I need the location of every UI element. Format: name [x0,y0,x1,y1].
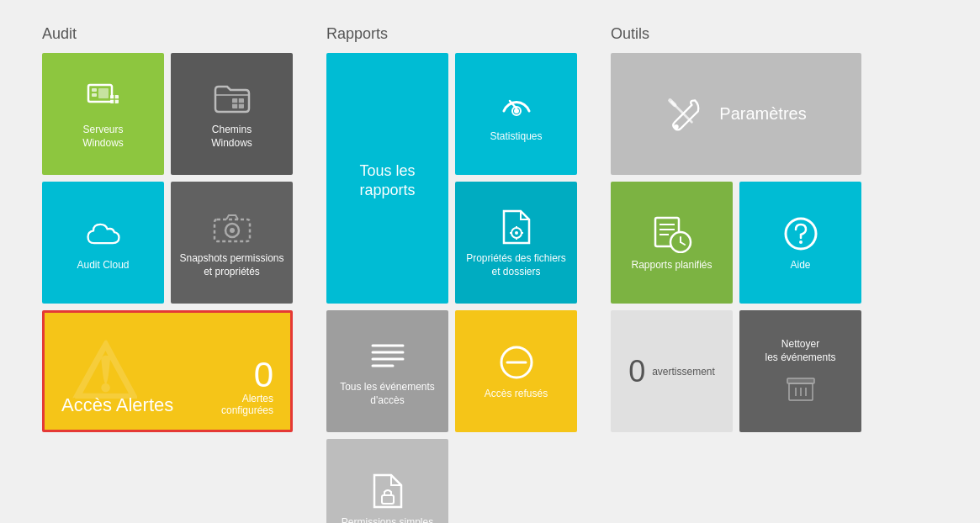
file-gear-icon [496,207,537,247]
list-lines-icon [368,335,408,376]
svg-line-31 [670,100,675,105]
svg-rect-3 [98,88,109,98]
tile-chemins-windows[interactable]: CheminsWindows [171,53,293,175]
outils-section: Outils Paramètres [611,25,861,523]
gauge-icon [496,85,537,125]
report-clock-icon [652,214,692,254]
tile-parametres[interactable]: Paramètres [611,53,861,175]
tous-rapports-label: Tous lesrapports [359,161,415,201]
outils-title: Outils [611,25,861,43]
file-lock-icon [368,471,408,511]
tous-evenements-label: Tous les événementsd'accès [340,381,435,407]
proprietes-fichiers-label: Propriétés des fichierset dossiers [466,252,566,278]
svg-rect-2 [92,93,97,97]
tile-proprietes-fichiers[interactable]: Propriétés des fichierset dossiers [455,182,577,304]
rapports-planifies-label: Rapports planifiés [631,259,712,272]
tile-acces-refuses[interactable]: Accès refusés [455,310,577,432]
tile-aide[interactable]: Aide [739,182,861,304]
audit-grid: ServeursWindows CheminsWindows [42,53,293,432]
camera-icon [212,207,252,247]
tile-statistiques[interactable]: Statistiques [455,53,577,175]
svg-rect-1 [92,88,97,92]
tile-rapports-planifies[interactable]: Rapports planifiés [611,182,733,304]
tile-nettoyer[interactable]: Nettoyerles événements [739,310,861,432]
minus-circle-icon [496,342,537,383]
rapports-grid: Tous lesrapports Statistiques [326,53,577,523]
tile-tous-evenements[interactable]: Tous les événementsd'accès [326,310,448,432]
outils-grid: Paramètres Ra [611,53,861,432]
avertissement-label: avertissement [652,366,715,378]
tile-permissions-simples[interactable]: Permissions simples [326,439,448,523]
svg-point-29 [674,124,679,129]
audit-title: Audit [42,25,293,43]
acces-refuses-label: Accès refusés [485,388,548,401]
statistiques-label: Statistiques [490,130,542,144]
acces-alertes-count: 0 [254,357,273,393]
tile-tous-rapports[interactable]: Tous lesrapports [326,53,448,304]
audit-section: Audit ServeursW [42,25,293,523]
svg-rect-28 [382,495,394,504]
tile-acces-alertes[interactable]: ⚠ Accès Alertes 0 Alertesconfigurées [42,310,293,432]
permissions-simples-label: Permissions simples [342,516,433,523]
aide-label: Aide [790,259,810,272]
folder-icon [212,78,252,119]
serveurs-windows-label: ServeursWindows [82,124,124,150]
wrench-icon [665,94,706,135]
parametres-label: Paramètres [719,104,806,124]
acces-alertes-title: Accès Alertes [61,394,173,416]
tile-serveurs-windows[interactable]: ServeursWindows [42,53,164,175]
nettoyer-label: Nettoyerles événements [765,338,835,364]
audit-cloud-label: Audit Cloud [77,259,129,272]
tile-avertissement[interactable]: 0 avertissement [611,310,733,432]
rapports-title: Rapports [326,25,577,43]
snapshots-label: Snapshots permissionset propriétés [179,252,283,278]
svg-point-40 [799,240,803,244]
tile-audit-cloud[interactable]: Audit Cloud [42,182,164,304]
svg-point-17 [515,231,518,235]
acces-alertes-right: 0 Alertesconfigurées [221,326,273,416]
svg-rect-42 [787,378,814,383]
rapports-section: Rapports Tous lesrapports Statistiques [326,25,577,523]
svg-point-12 [230,228,235,233]
avertissement-count: 0 [628,354,645,389]
acces-alertes-sublabel: Alertesconfigurées [221,393,273,416]
main-layout: Audit ServeursW [0,0,980,523]
question-icon [781,214,821,254]
acces-alertes-left: Accès Alertes [61,326,173,416]
tile-snapshots[interactable]: Snapshots permissionset propriétés [171,182,293,304]
cloud-icon [83,214,124,254]
server-icon [83,78,124,119]
chemins-windows-label: CheminsWindows [211,124,252,150]
clean-icon [781,369,821,409]
